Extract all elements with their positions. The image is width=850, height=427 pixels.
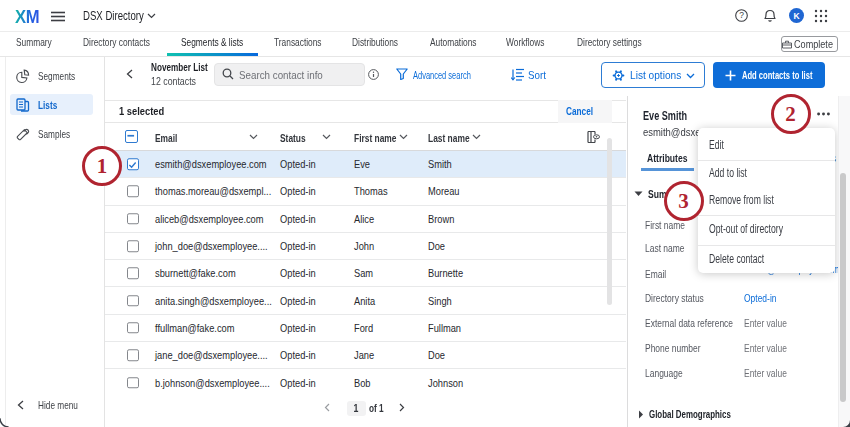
svg-text:?: ? xyxy=(739,10,744,20)
